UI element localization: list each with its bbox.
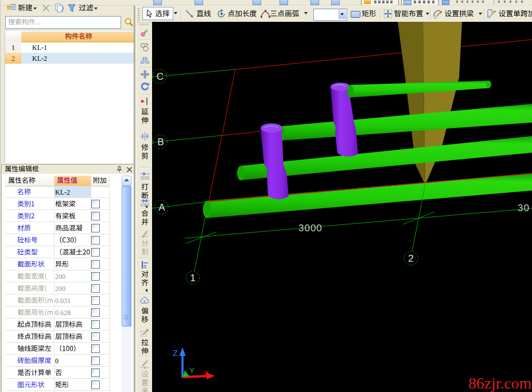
- svg-text:86zjr.com: 86zjr.com: [468, 374, 531, 392]
- svg-text:C: C: [157, 71, 164, 82]
- svg-text:B: B: [157, 137, 164, 148]
- svg-text:X: X: [204, 369, 209, 378]
- svg-text:1: 1: [190, 273, 195, 284]
- svg-text:Y: Y: [189, 366, 195, 375]
- svg-text:2: 2: [408, 253, 413, 264]
- svg-text:30: 30: [518, 203, 530, 214]
- svg-text:Z: Z: [173, 348, 178, 358]
- svg-text:A: A: [158, 202, 165, 213]
- svg-text:3000: 3000: [298, 223, 323, 234]
